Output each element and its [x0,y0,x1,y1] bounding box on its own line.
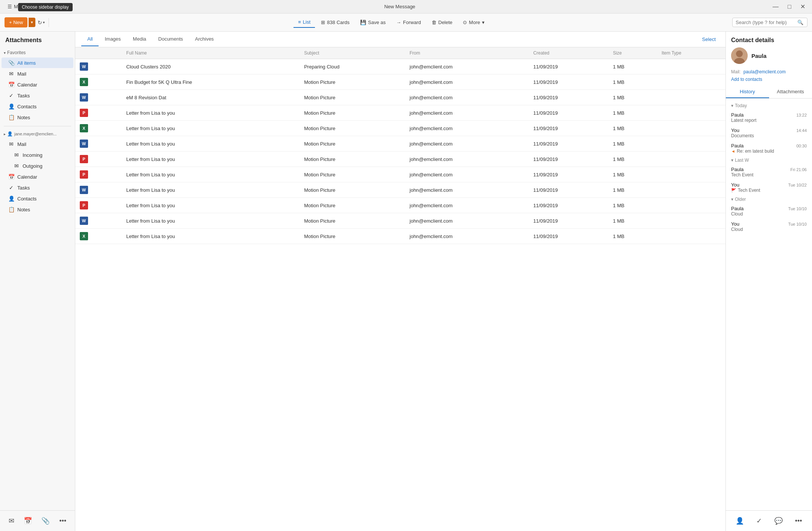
cell-itemtype [657,182,725,198]
cell-subject: Preparing Cloud [300,59,405,74]
lastweek-chevron: ▾ [731,158,733,163]
sidebar-item-contacts[interactable]: 👤 Contacts [2,101,73,112]
contact-person-button[interactable]: 👤 [732,514,748,527]
cards-button[interactable]: ⊞ 838 Cards [316,17,354,28]
sidebar-item-notes2[interactable]: 📋 Notes [2,204,73,215]
history-item-paula-0030[interactable]: Paula 00:30 ◄ Re: em latest build [726,141,812,156]
col-subject[interactable]: Subject [300,47,405,59]
contact-email[interactable]: paula@emclient.com [744,69,786,74]
nav-more-button[interactable]: ••• [57,514,68,527]
file-type-icon: W [80,217,88,225]
account-header[interactable]: ▸ 👤 jane.mayer@emclien... [0,129,75,138]
sidebar-item-mail2[interactable]: ✉ Mail [2,139,73,149]
tab-all[interactable]: All [81,32,99,46]
tab-attachments[interactable]: Attachments [769,86,812,98]
forward-button[interactable]: → Forward [392,17,426,28]
search-input[interactable] [736,20,796,25]
list-button[interactable]: ≡ List [293,17,315,28]
new-button[interactable]: + New [5,17,27,27]
table-row[interactable]: P Letter from Lisa to you Motion Picture… [75,167,725,182]
contact-avatar [731,47,748,64]
favorites-header[interactable]: ▾ Favorites [0,48,75,57]
search-box: 🔍 [732,18,807,27]
add-contacts-link[interactable]: Add to contacts [726,77,812,86]
minimize-button[interactable]: — [770,3,781,11]
col-size[interactable]: Size [608,47,657,59]
cell-itemtype [657,213,725,229]
sidebar-item-incoming[interactable]: ✉ Incoming [2,150,73,160]
history-time: Tue 10/10 [788,206,807,211]
history-older-header[interactable]: ▾ Older [726,195,812,203]
tab-images[interactable]: Images [99,32,127,46]
sidebar-bottom-nav: ✉ 📅 📎 ••• [0,510,75,531]
contact-more-button[interactable]: ••• [791,514,806,527]
table-row[interactable]: P Letter from Lisa to you Motion Picture… [75,105,725,121]
file-icon-cell: W [75,136,122,152]
more-arrow: ▾ [482,20,485,25]
nav-mail-button[interactable]: ✉ [6,514,17,527]
file-type-icon: X [80,232,88,240]
save-as-button[interactable]: 💾 Save as [356,17,390,28]
history-item-paula-1322[interactable]: Paula 13:22 Latest report [726,110,812,125]
sidebar-item-tasks[interactable]: ✓ Tasks [2,90,73,101]
history-name: Paula [731,206,744,211]
sidebar-item-tasks2[interactable]: ✓ Tasks [2,182,73,193]
sidebar-item-mail[interactable]: ✉ Mail [2,68,73,79]
history-item-you-cloud[interactable]: You Tue 10/10 Cloud [726,219,812,234]
new-dropdown-button[interactable]: ▾ [29,18,35,27]
account-section: ▸ 👤 jane.mayer@emclien... ✉ Mail ✉ Incom… [0,128,75,217]
file-icon-cell: P [75,167,122,182]
table-row[interactable]: W Letter from Lisa to you Motion Picture… [75,182,725,198]
col-itemtype[interactable]: Item Type [657,47,725,59]
contact-chat-button[interactable]: 💬 [771,514,786,527]
nav-calendar-button[interactable]: 📅 [21,514,34,527]
nav-attachments-button[interactable]: 📎 [39,514,52,527]
history-item-paula-fri[interactable]: Paula Fri 21:06 Tech Event [726,164,812,180]
sidebar-item-calendar[interactable]: 📅 Calendar [2,79,73,90]
table-row[interactable]: W Letter from Lisa to you Motion Picture… [75,213,725,229]
maximize-button[interactable]: □ [785,3,794,11]
sidebar-item-contacts2[interactable]: 👤 Contacts [2,193,73,204]
sidebar-item-all-items[interactable]: 📎 All items [2,58,73,68]
col-fullname[interactable]: Full Name [122,47,300,59]
tooltip: Choose sidebar display [18,3,73,11]
close-button[interactable]: ✕ [798,2,807,11]
sidebar-item-calendar2[interactable]: 📅 Calendar [2,171,73,182]
refresh-button[interactable]: ↻ ▾ [38,20,45,26]
col-from[interactable]: From [405,47,529,59]
history-today-header[interactable]: ▾ Today [726,102,812,110]
cell-size: 1 MB [608,198,657,213]
delete-button[interactable]: 🗑 Delete [427,17,457,28]
tab-media[interactable]: Media [127,32,152,46]
table-row[interactable]: P Letter from Lisa to you Motion Picture… [75,152,725,167]
col-created[interactable]: Created [529,47,608,59]
sidebar-item-notes[interactable]: 📋 Notes [2,112,73,123]
table-row[interactable]: X Letter from Lisa to you Motion Picture… [75,229,725,244]
history-item-paula-cloud[interactable]: Paula Tue 10/10 Cloud [726,203,812,219]
cell-fullname: Letter from Lisa to you [122,213,300,229]
cell-subject: Motion Picture [300,136,405,152]
cell-size: 1 MB [608,74,657,90]
history-lastweek-header[interactable]: ▾ Last W [726,156,812,164]
cell-fullname: Letter from Lisa to you [122,152,300,167]
contact-check-button[interactable]: ✓ [753,514,766,527]
history-item-you-1444[interactable]: You 14:44 Documents [726,125,812,141]
history-time: 14:44 [796,128,807,133]
tab-documents[interactable]: Documents [152,32,189,46]
table-row[interactable]: X Fin Budget for 5K Q Ultra Fine Motion … [75,74,725,90]
more-button[interactable]: ⊙ More ▾ [458,17,489,28]
cell-created: 11/09/2019 [529,213,608,229]
tab-history[interactable]: History [726,86,769,98]
table-row[interactable]: X Letter from Lisa to you Motion Picture… [75,121,725,136]
file-type-icon: P [80,155,88,163]
account-chevron: ▸ [4,132,6,136]
table-row[interactable]: W Letter from Lisa to you Motion Picture… [75,136,725,152]
sidebar-item-outgoing[interactable]: ✉ Outgoing [2,161,73,171]
history-item-you-tue[interactable]: You Tue 10/22 🚩 Tech Event [726,180,812,195]
calendar-icon: 📅 [8,82,14,88]
table-row[interactable]: P Letter from Lisa to you Motion Picture… [75,198,725,213]
table-row[interactable]: W Cloud Clusters 2020 Preparing Cloud jo… [75,59,725,74]
table-row[interactable]: W eM 8 Revision Dat Motion Picture john@… [75,90,725,105]
select-button[interactable]: Select [698,34,719,44]
tab-archives[interactable]: Archives [189,32,220,46]
